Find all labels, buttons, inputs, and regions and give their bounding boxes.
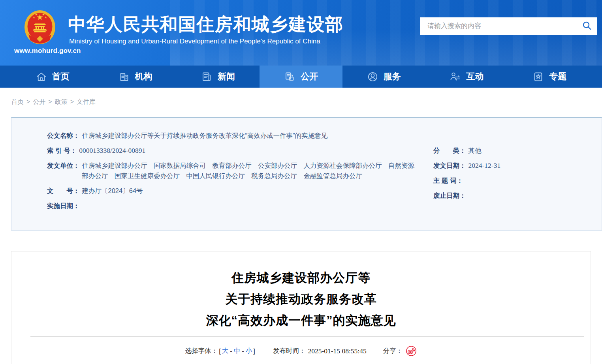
font-bracket-open: [	[219, 347, 221, 355]
meta-row-repeal-date: 废止日期：	[433, 190, 586, 201]
meta-row-issuer: 发文单位： 住房城乡建设部办公厅 国家数据局综合司 教育部办公厅 公安部办公厅 …	[47, 160, 414, 181]
subject-words-label: 主 题 词：	[433, 175, 463, 186]
breadcrumb-separator: >	[70, 98, 74, 105]
doc-number-label: 文 号：	[47, 186, 80, 196]
nav-label: 新闻	[218, 71, 235, 83]
issue-date-label: 发文日期：	[433, 160, 466, 171]
nav-item-disclosure[interactable]: 公开	[260, 66, 342, 88]
font-size-small-button[interactable]: 小	[246, 347, 252, 355]
search-input[interactable]	[420, 17, 577, 35]
font-size-label: 选择字体：	[185, 347, 218, 355]
share-label: 分享：	[383, 347, 403, 355]
meta-row-docnum: 文 号： 建办厅〔2024〕64号	[47, 186, 414, 196]
index-number-value: 000013338/2024-00891	[77, 145, 145, 156]
category-value: 其他	[466, 145, 482, 156]
national-emblem-icon	[24, 9, 56, 46]
doc-number-value: 建办厅〔2024〕64号	[80, 186, 143, 196]
repeal-date-value	[466, 190, 468, 201]
nav-item-topics[interactable]: 专题	[508, 66, 591, 88]
doc-name-value: 住房城乡建设部办公厅等关于持续推动政务服务改革深化“高效办成一件事”的实施意见	[80, 130, 328, 141]
topics-icon	[532, 71, 544, 83]
doc-name-label: 公文名称：	[47, 130, 80, 141]
meta-row-name: 公文名称： 住房城乡建设部办公厅等关于持续推动政务服务改革深化“高效办成一件事”…	[47, 130, 586, 141]
article-toolbar: 选择字体： [ 大 - 中 - 小 ] 发布时间： 2025-01-15 08:…	[11, 345, 591, 356]
issue-date-value: 2024-12-31	[466, 160, 501, 171]
meta-row-subject: 主 题 词：	[433, 175, 586, 186]
index-number-label: 索 引 号：	[47, 145, 77, 156]
issuing-unit-value: 住房城乡建设部办公厅 国家数据局综合司 教育部办公厅 公安部办公厅 人力资源社会…	[80, 160, 415, 181]
breadcrumb-separator: >	[48, 98, 52, 105]
breadcrumb-separator: >	[26, 98, 30, 105]
document-meta-box: 公文名称： 住房城乡建设部办公厅等关于持续推动政务服务改革深化“高效办成一件事”…	[11, 117, 602, 231]
meta-row-category: 分 类： 其他	[433, 145, 586, 156]
title-divider	[30, 336, 584, 337]
publish-time-label: 发布时间：	[273, 347, 306, 355]
category-label: 分 类：	[433, 145, 466, 156]
implementation-date-value	[80, 201, 82, 211]
site-url: www.mohurd.gov.cn	[14, 47, 81, 55]
disclosure-icon	[284, 71, 295, 83]
article-title-line3: 深化“高效办成一件事”的实施意见	[11, 310, 591, 331]
search-icon	[582, 21, 592, 32]
news-icon	[201, 71, 213, 83]
nav-inner: 首页 机构 新闻	[11, 66, 591, 88]
nav-item-service[interactable]: 服务	[342, 66, 425, 88]
breadcrumb-policy[interactable]: 政策	[55, 98, 68, 105]
nav-item-organization[interactable]: 机构	[94, 66, 177, 88]
search-box	[420, 17, 597, 35]
nav-label: 机构	[135, 71, 152, 83]
nav-item-home[interactable]: 首页	[11, 66, 94, 88]
meta-columns: 索 引 号： 000013338/2024-00891 发文单位： 住房城乡建设…	[47, 145, 586, 216]
publish-time-value: 2025-01-15 08:55:45	[308, 347, 366, 355]
search-button[interactable]	[577, 17, 597, 35]
meta-right-column: 分 类： 其他 发文日期： 2024-12-31 主 题 词： 废止日期：	[414, 145, 586, 216]
font-size-large-button[interactable]: 大	[222, 347, 229, 355]
nav-label: 公开	[301, 71, 318, 83]
implementation-date-label: 实施日期：	[47, 201, 80, 211]
nav-label: 首页	[52, 71, 70, 83]
article-title-line2: 关于持续推动政务服务改革	[11, 289, 591, 310]
site-title-cn: 中华人民共和国住房和城乡建设部	[68, 13, 344, 36]
site-title-en: Ministry of Housing and Urban-Rural Deve…	[69, 38, 320, 45]
nav-item-news[interactable]: 新闻	[177, 66, 260, 88]
meta-left-column: 索 引 号： 000013338/2024-00891 发文单位： 住房城乡建设…	[47, 145, 414, 216]
home-icon	[36, 71, 47, 83]
weibo-icon[interactable]	[406, 345, 417, 356]
nav-item-interaction[interactable]: 互动	[425, 66, 508, 88]
article-title: 住房城乡建设部办公厅等 关于持续推动政务服务改革 深化“高效办成一件事”的实施意…	[11, 267, 591, 331]
breadcrumb-disclosure[interactable]: 公开	[33, 98, 45, 105]
interaction-icon	[450, 71, 461, 83]
font-bracket-close: ]	[253, 347, 255, 355]
subject-words-value	[463, 175, 465, 186]
nav-label: 专题	[549, 71, 566, 83]
article-container: 住房城乡建设部办公厅等 关于持续推动政务服务改革 深化“高效办成一件事”的实施意…	[11, 251, 591, 364]
font-size-medium-button[interactable]: 中	[234, 347, 241, 355]
meta-row-index: 索 引 号： 000013338/2024-00891	[47, 145, 414, 156]
service-icon	[367, 71, 378, 83]
repeal-date-label: 废止日期：	[433, 190, 466, 201]
organization-icon	[119, 71, 130, 83]
main-navigation: 首页 机构 新闻	[0, 66, 602, 88]
breadcrumb-home[interactable]: 首页	[11, 98, 24, 105]
issuing-unit-label: 发文单位：	[47, 160, 80, 181]
font-dash: -	[230, 347, 232, 355]
article-title-line1: 住房城乡建设部办公厅等	[11, 267, 591, 289]
nav-label: 互动	[466, 71, 483, 83]
meta-row-issue-date: 发文日期： 2024-12-31	[433, 160, 586, 171]
breadcrumb: 首页>公开>政策>文件库	[11, 98, 591, 107]
meta-row-implementation-date: 实施日期：	[47, 201, 414, 211]
nav-label: 服务	[384, 71, 401, 83]
breadcrumb-document-library[interactable]: 文件库	[77, 98, 96, 105]
font-dash: -	[242, 347, 244, 355]
site-header: www.mohurd.gov.cn 中华人民共和国住房和城乡建设部 Minist…	[0, 0, 602, 66]
